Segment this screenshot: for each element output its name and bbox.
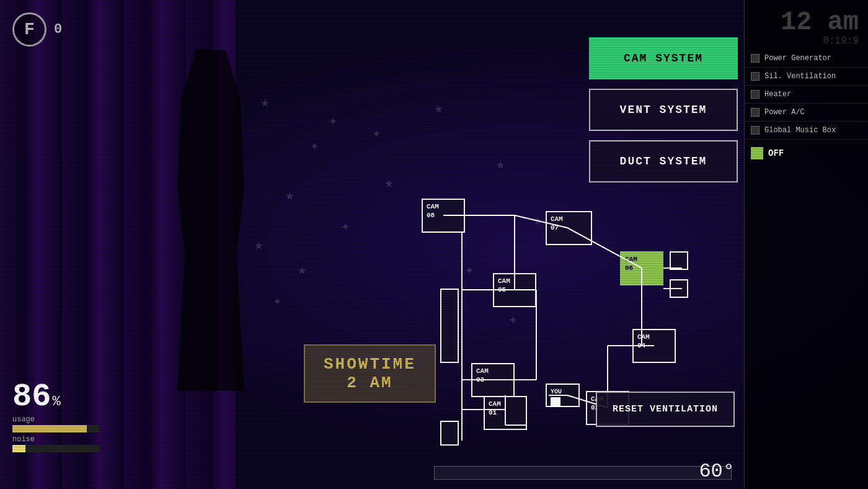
power-gen-dot [751, 54, 760, 63]
scroll-bar[interactable] [434, 466, 732, 480]
figure-silhouette [174, 50, 248, 391]
system-buttons: CAM SYSTEM VENT SYSTEM DUCT SYSTEM [589, 37, 738, 182]
left-stats: 86 % usage noise [12, 381, 99, 455]
right-panel: Power Generator Sil. Ventilation Heater … [744, 0, 868, 489]
sil-vent-dot [751, 72, 760, 81]
noise-bar-fill [12, 445, 25, 452]
showtime-line1: SHOWTIME [324, 355, 416, 374]
power-ac-label: Power A/C [764, 108, 805, 117]
off-dot [751, 147, 763, 159]
heater-dot [751, 90, 760, 99]
showtime-line2: 2 AM [324, 374, 416, 392]
usage-label: usage [12, 415, 99, 424]
panel-item-power-ac[interactable]: Power A/C [745, 104, 868, 122]
showtime-sign: SHOWTIME 2 AM [304, 344, 436, 403]
music-box-dot [751, 126, 760, 135]
panel-item-power-gen[interactable]: Power Generator [745, 50, 868, 68]
power-gen-label: Power Generator [764, 54, 831, 63]
heater-label: Heater [764, 90, 791, 99]
panel-item-heater[interactable]: Heater [745, 86, 868, 104]
noise-bar [12, 445, 99, 452]
power-ac-dot [751, 108, 760, 117]
panel-item-sil-vent[interactable]: Sil. Ventilation [745, 68, 868, 86]
usage-bar-fill [12, 425, 87, 433]
temperature-display: 60° [699, 460, 735, 483]
usage-bar [12, 425, 99, 433]
off-toggle[interactable]: OFF [745, 143, 868, 164]
f-badge: F [12, 12, 46, 47]
top-left-area: F 0 [12, 12, 62, 47]
duct-system-button[interactable]: DUCT SYSTEM [589, 140, 738, 182]
svg-line-2 [567, 228, 642, 268]
panel-item-music-box[interactable]: Global Music Box [745, 122, 868, 140]
vent-system-button[interactable]: VENT SYSTEM [589, 89, 738, 131]
cam-system-button[interactable]: CAM SYSTEM [589, 37, 738, 79]
percent-symbol: % [52, 394, 60, 410]
sil-vent-label: Sil. Ventilation [764, 72, 836, 81]
score-display: 0 [54, 22, 62, 37]
percent-number: 86 [12, 381, 51, 413]
noise-label: noise [12, 435, 99, 444]
svg-line-1 [515, 215, 567, 228]
music-box-label: Global Music Box [764, 126, 836, 135]
reset-ventilation-button[interactable]: RESET VENTILATION [596, 392, 735, 427]
off-label: OFF [768, 148, 784, 158]
